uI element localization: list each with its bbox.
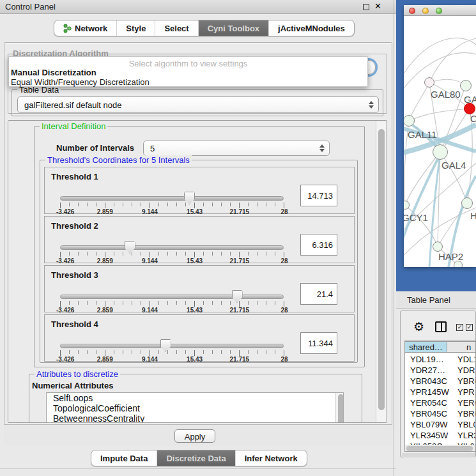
- network-canvas[interactable]: GAL80 GA GAL11 GAL4 GCY1 H HAP2 C: [404, 16, 476, 267]
- checkbox-icon[interactable]: ✓: [456, 324, 463, 331]
- number-of-intervals-label: Number of Intervals: [56, 143, 134, 153]
- attributes-group: Attributes to discretize Numerical Attri…: [29, 374, 362, 423]
- apply-button[interactable]: Apply: [174, 429, 215, 443]
- threshold-1-slider-track[interactable]: [60, 196, 284, 201]
- threshold-2-value-field[interactable]: 6.316: [300, 234, 337, 256]
- settings-scroll-panel: Interval Definition Number of Intervals …: [8, 120, 387, 423]
- list-item[interactable]: TopologicalCoefficient: [47, 403, 343, 413]
- attributes-listbox[interactable]: SelfLoops TopologicalCoefficient Between…: [46, 392, 344, 423]
- list-item[interactable]: SelfLoops: [47, 393, 343, 403]
- network-window-titlebar[interactable]: [404, 5, 476, 16]
- node-label-hap2: HAP2: [438, 251, 463, 262]
- threshold-3-label: Threshold 3: [51, 270, 98, 280]
- apply-strip: Apply: [4, 424, 392, 446]
- tab-discretize-data-label: Discretize Data: [166, 454, 226, 463]
- dropdown-hint: Select algorithm to view settings: [9, 59, 367, 68]
- table-row[interactable]: YER054C: [410, 398, 447, 408]
- node-label-h: H: [470, 210, 476, 221]
- tab-infer-network-label: Infer Network: [245, 454, 298, 463]
- float-window-icon[interactable]: [363, 4, 369, 10]
- number-of-intervals-value: 5: [144, 144, 155, 153]
- network-node-gal4[interactable]: [433, 144, 448, 160]
- node-label-gal80: GAL80: [431, 89, 461, 100]
- table-panel-body: ⚙ ✓ ✓ shared… n YDL19… YDL1 YDR27… YDR2 …: [400, 311, 476, 457]
- horizontal-scrollbar[interactable]: [405, 445, 476, 452]
- network-edges: [404, 16, 476, 267]
- split-columns-icon[interactable]: [435, 321, 447, 332]
- tab-select-label: Select: [164, 24, 188, 33]
- table-cell[interactable]: YBR0: [457, 409, 476, 418]
- panel-splitter[interactable]: [394, 0, 394, 476]
- table-row[interactable]: YBR043C: [410, 376, 447, 386]
- tab-discretize-data[interactable]: Discretize Data: [157, 450, 235, 466]
- dropdown-option-manual[interactable]: Manual Discretization: [11, 68, 96, 77]
- table-row[interactable]: YBL079W: [410, 420, 448, 429]
- tab-jactivemnodules[interactable]: jActiveMNodules: [269, 20, 354, 36]
- table-data-combobox[interactable]: galFiltered.sif default node: [17, 96, 379, 113]
- number-of-intervals-combobox[interactable]: 5: [143, 141, 330, 156]
- control-panel-titlebar: Control Panel ✕: [0, 0, 396, 14]
- table-row[interactable]: YPR145W: [410, 387, 449, 397]
- table-row[interactable]: YBR045C: [410, 409, 447, 418]
- table-cell[interactable]: YDL1: [457, 355, 476, 364]
- list-item[interactable]: BetweennessCentrality: [47, 413, 343, 423]
- table-panel-footer: [402, 453, 475, 457]
- network-node-ga[interactable]: [460, 80, 472, 91]
- tab-impute-data[interactable]: Impute Data: [91, 450, 157, 466]
- tab-jactivemnodules-label: jActiveMNodules: [278, 24, 345, 33]
- tick-marks-major: [60, 350, 284, 356]
- threshold-2-slider-track[interactable]: [60, 245, 284, 250]
- bottom-tab-bar: Impute Data Discretize Data Infer Networ…: [91, 450, 307, 466]
- network-node-h[interactable]: [461, 197, 473, 209]
- horizontal-scrollbar-thumb[interactable]: [406, 446, 473, 451]
- threshold-3-slider-track[interactable]: [60, 295, 284, 299]
- node-table: shared… n YDL19… YDL1 YDR27… YDR2 YBR043…: [404, 341, 476, 452]
- table-cell[interactable]: YER0: [457, 398, 476, 408]
- network-node-hap2[interactable]: [433, 242, 443, 252]
- gear-icon[interactable]: ⚙: [413, 321, 424, 333]
- tab-style-label: Style: [126, 24, 146, 33]
- list-scrollbar-thumb[interactable]: [338, 394, 344, 423]
- table-row[interactable]: YDL19…: [410, 355, 444, 364]
- close-icon[interactable]: ✕: [374, 1, 381, 11]
- table-cell[interactable]: YPR1: [457, 387, 476, 397]
- table-row[interactable]: YLR345W: [410, 431, 448, 440]
- table-cell[interactable]: YBL0: [457, 420, 476, 429]
- dropdown-option-equal-width[interactable]: Equal Width/Frequency Discretization: [11, 77, 150, 87]
- threshold-row-3: Threshold 3 -3.426 2.859 9.144 15.43 21.…: [44, 265, 355, 312]
- threshold-4-label: Threshold 4: [51, 319, 98, 329]
- tab-infer-network[interactable]: Infer Network: [236, 450, 307, 466]
- tab-select[interactable]: Select: [155, 20, 198, 36]
- minimize-traffic-light[interactable]: [422, 8, 429, 14]
- threshold-row-4: Threshold 4 -3.426 2.859 9.144 15.43 21.…: [44, 314, 355, 362]
- table-row[interactable]: YDR27…: [410, 365, 445, 375]
- network-node-gal80[interactable]: [424, 77, 434, 88]
- threshold-3-value-field[interactable]: 21.4: [300, 283, 337, 305]
- column-header-name[interactable]: n: [447, 341, 476, 353]
- threshold-4-slider-track[interactable]: [60, 344, 284, 348]
- threshold-4-value-field[interactable]: 11.344: [300, 332, 337, 354]
- tab-network[interactable]: Network: [54, 20, 117, 36]
- close-traffic-light[interactable]: [409, 8, 415, 14]
- settings-scrollbar-thumb[interactable]: [378, 129, 385, 410]
- threshold-1-label: Threshold 1: [51, 172, 98, 181]
- table-cell[interactable]: YDR2: [457, 365, 476, 375]
- tab-cyni-toolbox[interactable]: Cyni Toolbox: [199, 20, 269, 36]
- table-cell[interactable]: YBR0: [457, 376, 476, 386]
- checkbox-icon[interactable]: ✓: [466, 324, 473, 331]
- table-data-group: Table Data galFiltered.sif default node: [12, 89, 383, 116]
- threshold-1-value-field[interactable]: 14.713: [300, 185, 337, 206]
- table-panel-title: Table Panel: [407, 295, 450, 305]
- top-tab-bar: Network Style Select Cyni Toolbox jActiv…: [54, 20, 355, 36]
- settings-scrollbar[interactable]: [376, 121, 386, 423]
- zoom-traffic-light[interactable]: [436, 8, 442, 14]
- threshold-2-label: Threshold 2: [51, 221, 98, 231]
- tab-style[interactable]: Style: [117, 20, 155, 36]
- table-cell[interactable]: YLR3: [457, 431, 476, 440]
- tab-network-label: Network: [75, 24, 107, 33]
- interval-definition-title: Interval Definition: [40, 121, 107, 131]
- column-header-shared-name[interactable]: shared…: [404, 341, 447, 353]
- tick-labels: -3.426 2.859 9.144 15.43 21.715 28: [60, 356, 284, 363]
- algorithm-dropdown-popup: Select algorithm to view settings Manual…: [8, 56, 368, 87]
- list-scrollbar[interactable]: [335, 393, 343, 423]
